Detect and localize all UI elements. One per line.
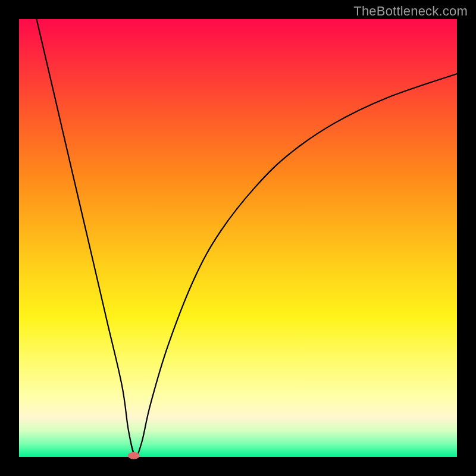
plot-area — [19, 19, 457, 457]
chart-frame: TheBottleneck.com — [0, 0, 476, 476]
chart-svg — [19, 19, 457, 457]
watermark-text: TheBottleneck.com — [353, 4, 468, 19]
bottleneck-curve — [36, 19, 457, 456]
minimum-marker — [128, 452, 140, 459]
